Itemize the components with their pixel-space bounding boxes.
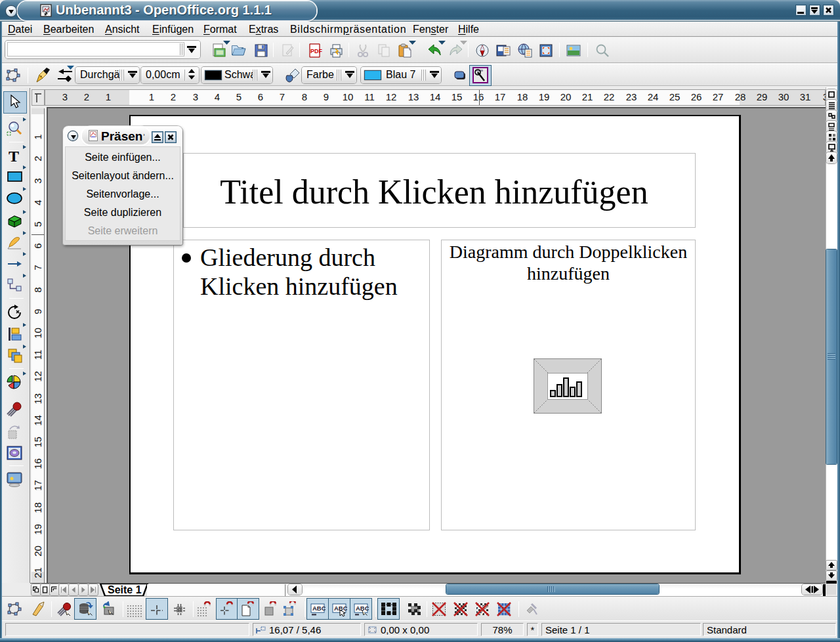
svg-text:T: T [9, 148, 19, 165]
svg-text:ABC: ABC [312, 605, 326, 612]
svg-text:PDF: PDF [310, 48, 323, 54]
